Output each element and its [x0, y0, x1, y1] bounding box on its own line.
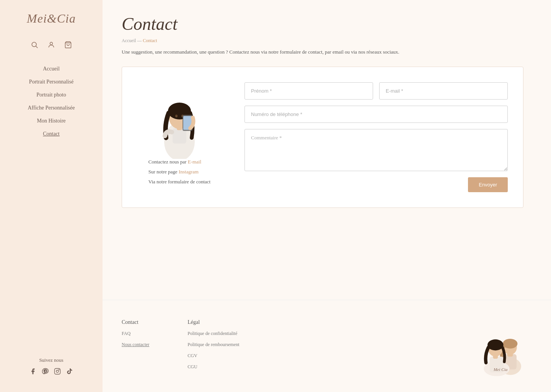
svg-rect-4	[55, 369, 60, 374]
social-icons-row	[29, 368, 73, 377]
sidebar: Mei&Cia Accueil Portrait Personnalisé Po…	[0, 0, 103, 392]
contact-form-text: Via notre formulaire de contact	[148, 179, 210, 185]
sidebar-item-mon-histoire[interactable]: Mon Histoire	[37, 118, 65, 124]
svg-line-1	[36, 46, 38, 48]
breadcrumb-current: Contact	[143, 38, 157, 43]
footer: Contact FAQ Nous contacter Légal Politiq…	[103, 300, 551, 392]
instagram-icon[interactable]	[54, 368, 61, 377]
svg-point-2	[50, 42, 53, 45]
suivez-nous-label: Suivez nous	[39, 357, 63, 363]
footer-col-contact: Contact FAQ Nous contacter	[122, 319, 149, 377]
svg-point-6	[59, 369, 59, 370]
contact-instagram-link[interactable]: Instagram	[179, 169, 199, 175]
sidebar-item-accueil[interactable]: Accueil	[43, 66, 60, 72]
woman-illustration	[149, 82, 210, 159]
contact-form-line: Via notre formulaire de contact	[148, 179, 210, 185]
sidebar-bottom: Suivez nous	[29, 357, 73, 377]
form-row-name-email	[245, 82, 508, 100]
contact-email-link[interactable]: E-mail	[188, 159, 201, 165]
sidebar-icon-row	[31, 41, 72, 51]
pinterest-icon[interactable]	[42, 368, 49, 377]
svg-text:Mei Cia: Mei Cia	[493, 367, 508, 372]
sidebar-item-affiche-personnalisee[interactable]: Affiche Personnalisée	[28, 105, 75, 111]
sidebar-item-contact[interactable]: Contact	[43, 131, 60, 137]
send-button[interactable]: Envoyer	[468, 177, 508, 192]
telephone-input[interactable]	[245, 106, 508, 123]
contact-left-panel: Contactez nous par E-mail Sur notre page…	[137, 82, 222, 192]
footer-politique-remboursement-link[interactable]: Politique de remboursement	[187, 342, 239, 348]
svg-point-25	[487, 340, 504, 351]
svg-point-5	[56, 370, 59, 372]
main-content: Contact Accueil — Contact Une suggestion…	[103, 0, 551, 223]
sidebar-item-portrait-photo[interactable]: Portrait photo	[36, 92, 66, 98]
sidebar-item-portrait-personnalise[interactable]: Portrait Personnalisé	[29, 79, 73, 85]
breadcrumb: Accueil — Contact	[122, 38, 528, 44]
footer-col-legal: Légal Politique de confidentialité Polit…	[187, 319, 239, 377]
breadcrumb-separator: —	[137, 38, 142, 43]
facebook-icon[interactable]	[29, 368, 36, 377]
cart-icon[interactable]	[64, 41, 72, 51]
footer-illustration: Mei Cia	[471, 319, 532, 377]
site-logo: Mei&Cia	[27, 11, 76, 26]
footer-contact-heading: Contact	[122, 319, 149, 325]
footer-legal-heading: Légal	[187, 319, 239, 325]
breadcrumb-home[interactable]: Accueil	[122, 38, 136, 43]
contact-instagram-prefix: Sur notre page	[148, 169, 179, 175]
page-description: Une suggestion, une recommandation, une …	[122, 49, 466, 55]
svg-point-12	[175, 115, 178, 118]
sidebar-navigation: Accueil Portrait Personnalisé Portrait p…	[8, 66, 95, 137]
footer-politique-confidentialite-link[interactable]: Politique de confidentialité	[187, 331, 239, 336]
contact-email-prefix: Contactez nous par	[148, 159, 188, 165]
contact-section: Contactez nous par E-mail Sur notre page…	[122, 67, 523, 208]
footer-faq-link[interactable]: FAQ	[122, 331, 149, 336]
footer-cgu-link[interactable]: CGU	[187, 364, 239, 370]
footer-cgv-link[interactable]: CGV	[187, 353, 239, 359]
search-icon[interactable]	[31, 41, 38, 51]
main-content-area: Contact Accueil — Contact Une suggestion…	[103, 0, 551, 392]
email-input[interactable]	[379, 82, 508, 100]
user-icon[interactable]	[47, 41, 55, 51]
svg-point-0	[32, 42, 36, 47]
contact-email-line: Contactez nous par E-mail	[148, 159, 210, 165]
commentaire-textarea[interactable]	[245, 129, 508, 171]
contact-methods: Contactez nous par E-mail Sur notre page…	[148, 159, 210, 185]
page-title: Contact	[122, 14, 528, 34]
contact-form: Envoyer	[245, 82, 508, 192]
prenom-input[interactable]	[245, 82, 373, 100]
tiktok-icon[interactable]	[66, 368, 73, 377]
footer-nous-contacter-link[interactable]: Nous contacter	[122, 342, 149, 348]
contact-instagram-line: Sur notre page Instagram	[148, 169, 210, 175]
